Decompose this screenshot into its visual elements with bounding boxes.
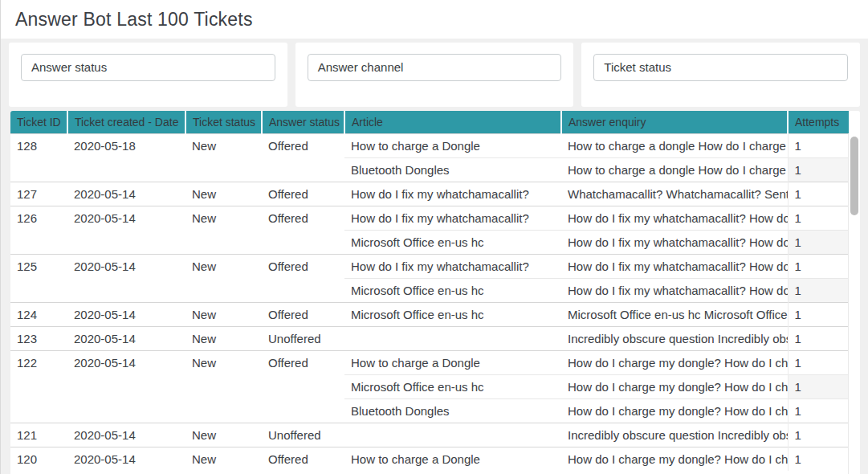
ticket-id-cell: 126 — [10, 206, 67, 230]
answer-status-cell — [262, 398, 344, 423]
attempts-cell: 1 — [788, 133, 849, 157]
answer-status-filter[interactable]: Answer status — [21, 54, 275, 81]
attempts-cell: 1 — [788, 326, 849, 350]
article-cell: How to charge a Dongle — [344, 133, 561, 157]
filter-card-answer-status: Answer status — [9, 43, 287, 107]
ticket-status-cell — [185, 278, 262, 302]
col-header-answer-enquiry[interactable]: Answer enquiry — [561, 111, 788, 133]
attempts-cell: 1 — [788, 230, 849, 254]
created-date-cell: 2020-05-14 — [67, 423, 185, 447]
table-row: Bluetooth DonglesHow do I charge my dong… — [10, 398, 849, 423]
ticket-id-cell: 125 — [10, 254, 67, 278]
table-row: 1222020-05-14NewOfferedHow to charge a D… — [10, 350, 849, 374]
attempts-cell: 1 — [788, 278, 849, 302]
ticket-status-cell: New — [185, 206, 262, 230]
page-title: Answer Bot Last 100 Tickets — [15, 9, 868, 31]
created-date-cell — [67, 157, 185, 182]
answer-status-cell: Unoffered — [262, 423, 344, 447]
answer-status-cell — [262, 374, 344, 398]
answer-enquiry-cell: How do I charge my dongle? How do I cha — [561, 447, 788, 471]
answer-channel-filter[interactable]: Answer channel — [308, 54, 562, 81]
table-row: Microsoft Office en-us hcHow do I fix my… — [10, 278, 849, 302]
article-cell: How to charge a Dongle — [344, 350, 561, 374]
answer-status-cell: Unoffered — [262, 326, 344, 350]
filter-card-ticket-status: Ticket status — [581, 43, 860, 107]
article-cell: Microsoft Office en-us hc — [344, 302, 561, 326]
vertical-scrollbar-thumb[interactable] — [850, 137, 858, 215]
answer-enquiry-cell: How do I fix my whatchamacallit? How do — [561, 254, 788, 278]
filter-card-answer-channel: Answer channel — [295, 43, 574, 107]
ticket-id-cell: 127 — [10, 182, 67, 206]
answer-status-cell: Offered — [262, 447, 344, 471]
ticket-id-cell — [10, 398, 67, 423]
article-cell: Microsoft Office en-us hc — [344, 374, 561, 398]
table-row: 1212020-05-14NewUnofferedIncredibly obsc… — [10, 423, 849, 447]
created-date-cell: 2020-05-14 — [67, 326, 185, 350]
answer-enquiry-cell: How do I fix my whatchamacallit? How do — [561, 278, 788, 302]
table-row: Microsoft Office en-us hcHow do I fix my… — [10, 230, 849, 254]
ticket-status-cell: New — [185, 350, 262, 374]
page-header: Answer Bot Last 100 Tickets — [1, 0, 868, 39]
answer-enquiry-cell: How do I charge my dongle? How do I cha — [561, 398, 788, 423]
ticket-id-cell — [10, 374, 67, 398]
article-cell — [344, 326, 561, 350]
answer-status-cell: Offered — [262, 302, 344, 326]
col-header-attempts[interactable]: Attempts — [788, 111, 849, 133]
ticket-status-filter[interactable]: Ticket status — [593, 54, 848, 81]
created-date-cell: 2020-05-14 — [67, 302, 185, 326]
ticket-id-cell: 128 — [10, 133, 67, 157]
answer-status-cell: Offered — [262, 133, 344, 157]
ticket-id-cell: 123 — [10, 326, 67, 350]
table-header-row: Ticket ID Ticket created - Date Ticket s… — [10, 111, 849, 133]
created-date-cell — [67, 230, 185, 254]
attempts-cell: 1 — [788, 374, 849, 398]
ticket-id-cell — [10, 157, 67, 182]
ticket-status-cell — [185, 398, 262, 423]
answer-status-cell: Offered — [262, 254, 344, 278]
content-area: Answer status Answer channel Ticket stat… — [1, 39, 868, 474]
col-header-answer-status[interactable]: Answer status — [262, 111, 344, 133]
attempts-cell: 1 — [788, 254, 849, 278]
created-date-cell — [67, 374, 185, 398]
created-date-cell: 2020-05-18 — [67, 133, 185, 157]
ticket-id-cell — [10, 278, 67, 302]
attempts-cell: 1 — [788, 302, 849, 326]
attempts-cell: 1 — [788, 157, 849, 182]
ticket-status-cell: New — [185, 133, 262, 157]
answer-enquiry-cell: Incredibly obscure question Incredibly o… — [561, 423, 788, 447]
attempts-cell: 1 — [788, 447, 849, 471]
col-header-article[interactable]: Article — [344, 111, 561, 133]
table-body: 1282020-05-18NewOfferedHow to charge a D… — [10, 133, 849, 471]
ticket-id-cell: 121 — [10, 423, 67, 447]
answer-enquiry-cell: Incredibly obscure question Incredibly o… — [561, 326, 788, 350]
answer-status-cell: Offered — [262, 206, 344, 230]
created-date-cell: 2020-05-14 — [67, 350, 185, 374]
article-cell: How do I fix my whatchamacallit? — [344, 254, 561, 278]
ticket-id-cell — [10, 230, 67, 254]
ticket-id-cell: 120 — [10, 447, 67, 471]
article-cell — [344, 423, 561, 447]
answer-enquiry-cell: How do I fix my whatchamacallit? How do — [561, 206, 788, 230]
col-header-ticket-id[interactable]: Ticket ID — [10, 111, 67, 133]
table-row: 1252020-05-14NewOfferedHow do I fix my w… — [10, 254, 849, 278]
table-row: Bluetooth DonglesHow to charge a dongle … — [10, 157, 849, 182]
answer-status-cell — [262, 157, 344, 182]
answer-enquiry-cell: Microsoft Office en-us hc Microsoft Offi… — [561, 302, 788, 326]
created-date-cell: 2020-05-14 — [67, 182, 185, 206]
ticket-status-cell: New — [185, 447, 262, 471]
col-header-created-date[interactable]: Ticket created - Date — [67, 111, 185, 133]
vertical-scrollbar-track[interactable] — [848, 133, 860, 474]
table-row: 1232020-05-14NewUnofferedIncredibly obsc… — [10, 326, 849, 350]
ticket-id-cell: 124 — [10, 302, 67, 326]
answer-enquiry-cell: How do I charge my dongle? How do I cha — [561, 350, 788, 374]
answer-status-cell — [262, 278, 344, 302]
created-date-cell: 2020-05-14 — [67, 206, 185, 230]
article-cell: Bluetooth Dongles — [344, 157, 561, 182]
attempts-cell: 1 — [788, 206, 849, 230]
col-header-ticket-status[interactable]: Ticket status — [185, 111, 262, 133]
filter-row: Answer status Answer channel Ticket stat… — [9, 43, 860, 107]
attempts-cell: 1 — [788, 423, 849, 447]
ticket-status-cell: New — [185, 423, 262, 447]
table-row: 1202020-05-14NewOfferedHow to charge a D… — [10, 447, 849, 471]
ticket-status-cell — [185, 374, 262, 398]
